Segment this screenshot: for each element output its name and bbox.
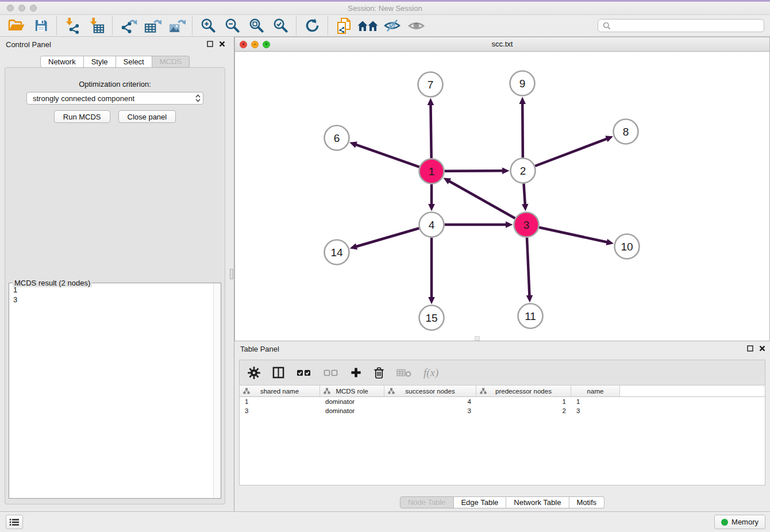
cell-predecessor-nodes: 2 <box>476 406 571 415</box>
table-row[interactable]: 1dominator411 <box>240 397 765 406</box>
export-network-icon <box>120 18 137 34</box>
edge-2-3[interactable] <box>523 183 525 205</box>
plus-icon <box>351 367 361 378</box>
show-columns-button[interactable] <box>272 367 284 379</box>
export-table-button[interactable] <box>140 16 164 36</box>
toolbar-separator <box>296 17 297 35</box>
edge-arrow-2-9 <box>519 97 526 104</box>
import-network-icon <box>64 17 81 34</box>
refresh-icon <box>305 18 320 33</box>
hide-selected-button[interactable] <box>380 16 404 36</box>
import-network-button[interactable] <box>60 16 84 36</box>
import-table-button[interactable] <box>84 16 109 36</box>
table-rows: 1dominator4113dominator323 <box>240 397 765 415</box>
mcds-result-box: MCDS result (2 nodes) 13 <box>9 283 221 499</box>
criterion-dropdown[interactable]: strongly connected component <box>26 92 203 105</box>
run-mcds-button[interactable]: Run MCDS <box>54 110 110 123</box>
table-row[interactable]: 3dominator323 <box>240 406 765 415</box>
open-file-button[interactable] <box>5 16 29 36</box>
delete-column-button[interactable] <box>374 367 384 379</box>
close-panel-button[interactable]: Close panel <box>118 110 176 123</box>
panel-menu-button[interactable] <box>6 515 23 529</box>
tab-edge-table[interactable]: Edge Table <box>453 496 506 508</box>
export-image-button[interactable] <box>164 16 188 36</box>
create-column-button[interactable] <box>351 367 361 378</box>
mcds-result-line: 3 <box>13 295 220 304</box>
cell-MCDS-role: dominator <box>320 406 384 415</box>
homes-icon <box>357 19 378 32</box>
edge-3-10[interactable] <box>539 228 608 242</box>
toolbar-separator <box>328 17 328 35</box>
toolbar-separator <box>192 17 192 35</box>
zoom-selected-button[interactable] <box>268 16 292 36</box>
edge-4-14[interactable] <box>356 228 419 246</box>
fit-content-button[interactable] <box>244 16 268 36</box>
export-network-button[interactable] <box>116 16 140 36</box>
control-panel: Control Panel NetworkStyleSelectMCDS Opt… <box>0 37 230 511</box>
show-all-networks-button[interactable] <box>356 16 380 36</box>
unselect-all-columns-button[interactable] <box>324 368 338 377</box>
search-field[interactable] <box>598 19 764 32</box>
clone-network-button[interactable] <box>332 16 356 36</box>
node-label-7: 7 <box>428 79 434 91</box>
column-header-MCDS-role[interactable]: MCDS role <box>320 385 384 396</box>
close-table-panel-icon[interactable] <box>759 345 765 352</box>
edge-1-7[interactable] <box>430 104 431 159</box>
control-panel-title: Control Panel <box>6 40 51 49</box>
status-bar: Memory <box>0 511 770 532</box>
edge-2-9[interactable] <box>522 103 523 158</box>
show-hidden-button[interactable] <box>404 16 428 36</box>
edge-3-11[interactable] <box>527 237 530 296</box>
checked-boxes-icon <box>297 368 311 377</box>
tab-network-table[interactable]: Network Table <box>506 496 569 508</box>
column-header-predecessor-nodes[interactable]: predecessor nodes <box>476 385 571 396</box>
edge-2-8[interactable] <box>535 138 607 166</box>
tab-mcds[interactable]: MCDS <box>152 56 190 68</box>
export-image-icon <box>168 18 186 34</box>
canvas-resize-handle[interactable] <box>475 336 480 341</box>
result-scrollbar[interactable] <box>213 283 221 498</box>
network-window-titlebar[interactable]: × − + scc.txt <box>235 37 769 52</box>
table-header-row: shared nameMCDS rolesuccessor nodesprede… <box>240 385 765 397</box>
column-header-shared-name[interactable]: shared name <box>240 385 320 396</box>
tab-network[interactable]: Network <box>40 56 84 68</box>
cell-name: 1 <box>571 397 620 406</box>
network-canvas[interactable]: 7968124314101511 <box>235 52 769 341</box>
search-input[interactable] <box>614 21 759 30</box>
node-label-4: 4 <box>429 219 435 231</box>
memory-button[interactable]: Memory <box>714 515 765 529</box>
criterion-dropdown-value: strongly connected component <box>33 94 195 103</box>
vertical-splitter[interactable] <box>230 37 234 511</box>
zoom-in-button[interactable] <box>196 16 220 36</box>
node-label-1: 1 <box>429 165 435 178</box>
float-panel-icon[interactable] <box>207 41 213 47</box>
splitter-handle[interactable] <box>230 269 233 279</box>
save-session-button[interactable] <box>29 16 53 36</box>
zoom-out-button[interactable] <box>220 16 244 36</box>
cell-name: 3 <box>571 406 620 415</box>
column-header-name[interactable]: name <box>571 385 620 396</box>
apply-layout-button[interactable] <box>300 16 324 36</box>
open-folder-icon <box>8 18 25 33</box>
memory-status-dot <box>721 519 728 526</box>
select-all-columns-button[interactable] <box>297 368 311 377</box>
edge-1-2[interactable] <box>444 171 503 171</box>
gear-icon <box>248 367 260 379</box>
dropdown-stepper-icon <box>195 94 201 102</box>
edge-3-1[interactable] <box>449 181 515 218</box>
tab-select[interactable]: Select <box>116 56 152 68</box>
node-label-11: 11 <box>525 310 536 322</box>
tab-style[interactable]: Style <box>84 56 116 68</box>
edge-1-6[interactable] <box>355 144 419 167</box>
float-table-panel-icon[interactable] <box>747 345 753 352</box>
column-header-successor-nodes[interactable]: successor nodes <box>384 385 476 396</box>
control-panel-tabs: NetworkStyleSelectMCDS <box>40 56 190 68</box>
table-settings-button[interactable] <box>248 367 260 379</box>
edge-arrow-1-7 <box>428 98 434 105</box>
edge-arrow-4-15 <box>428 297 435 304</box>
tab-motifs[interactable]: Motifs <box>569 496 605 508</box>
table-panel-title: Table Panel <box>240 345 279 353</box>
fit-content-icon <box>248 17 265 34</box>
close-panel-icon[interactable] <box>219 41 225 47</box>
tab-node-table[interactable]: Node Table <box>400 496 454 508</box>
